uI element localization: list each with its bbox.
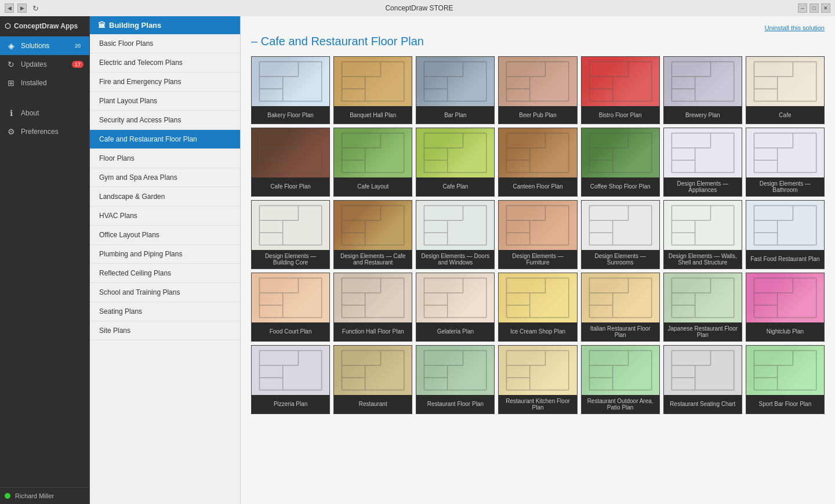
item-label-italian: Italian Restaurant Floor Plan: [582, 322, 659, 341]
item-label-restseating: Restaurant Seating Chart: [664, 395, 742, 412]
thumbnail-desel-walls: [664, 201, 742, 250]
thumbnail-banquet: [334, 57, 412, 106]
cat-fire[interactable]: Fire and Emergency Plans: [90, 72, 240, 92]
grid-item-cafelayout[interactable]: Cafe Layout: [333, 128, 412, 197]
grid-item-brewery[interactable]: Brewery Plan: [663, 56, 742, 124]
grid-item-japanese[interactable]: Japanese Restaurant Floor Plan: [663, 273, 742, 342]
thumbnail-gelateria: [416, 273, 494, 322]
forward-button[interactable]: ▶: [17, 3, 27, 13]
grid-item-bakery[interactable]: Bakery Floor Plan: [251, 56, 330, 124]
grid-item-icecream[interactable]: Ice Cream Shop Plan: [498, 273, 577, 342]
grid-item-cafe[interactable]: Cafe: [746, 56, 825, 124]
grid-item-nightclub[interactable]: Nightclub Plan: [746, 273, 825, 342]
grid-item-gelateria[interactable]: Gelateria Plan: [416, 273, 495, 342]
grid-item-coffeeshop[interactable]: Coffee Shop Floor Plan: [581, 128, 660, 197]
grid-item-desel-app[interactable]: Design Elements — Appliances: [663, 128, 742, 197]
grid-item-bistro[interactable]: Bistro Floor Plan: [581, 56, 660, 124]
app-layout: ⬡ ConceptDraw Apps ◈ Solutions 20 ↻ Upda…: [0, 16, 835, 504]
cat-electric[interactable]: Electric and Telecom Plans: [90, 53, 240, 72]
grid-item-restseating[interactable]: Restaurant Seating Chart: [663, 345, 742, 414]
grid-item-bar[interactable]: Bar Plan: [416, 56, 495, 124]
cat-seating[interactable]: Seating Plans: [90, 302, 240, 321]
window-title: ConceptDraw STORE: [41, 4, 798, 12]
cat-security[interactable]: Security and Access Plans: [90, 111, 240, 130]
sidebar-item-solutions[interactable]: ◈ Solutions 20: [0, 37, 89, 55]
sidebar-item-installed[interactable]: ⊞ Installed: [0, 74, 89, 92]
grid-item-banquet[interactable]: Banquet Hall Plan: [333, 56, 412, 124]
item-label-desel-walls: Design Elements — Walls, Shell and Struc…: [664, 250, 742, 269]
thumbnail-foodcourt: [252, 273, 329, 322]
grid-item-desel-bcore[interactable]: Design Elements — Building Core: [251, 200, 330, 269]
item-label-coffeeshop: Coffee Shop Floor Plan: [582, 177, 659, 195]
grid-item-restaurant[interactable]: Restaurant: [333, 345, 412, 414]
item-label-desel-furn: Design Elements — Furniture: [499, 250, 576, 269]
thumbnail-functionhall: [334, 273, 412, 322]
thumbnail-desel-doors: [416, 201, 494, 250]
sidebar-item-label: Preferences: [21, 128, 59, 136]
thumbnail-brewery: [664, 57, 742, 106]
user-name: Richard Miller: [15, 492, 54, 499]
grid-item-desel-doors[interactable]: Design Elements — Doors and Windows: [416, 200, 495, 269]
grid-item-pizzeria[interactable]: Pizzeria Plan: [251, 345, 330, 414]
item-label-pizzeria: Pizzeria Plan: [252, 395, 329, 412]
sidebar-item-label: Installed: [21, 79, 47, 87]
grid-item-beerpub[interactable]: Beer Pub Plan: [498, 56, 577, 124]
minimize-button[interactable]: –: [798, 3, 807, 13]
cat-school[interactable]: School and Training Plans: [90, 283, 240, 302]
cat-plant[interactable]: Plant Layout Plans: [90, 92, 240, 111]
grid-item-desel-sun[interactable]: Design Elements — Sunrooms: [581, 200, 660, 269]
thumbnail-desel-bcore: [252, 201, 329, 250]
sidebar-item-about[interactable]: ℹ About: [0, 104, 89, 122]
item-label-bar: Bar Plan: [416, 106, 494, 124]
thumbnail-desel-bath: [746, 128, 824, 177]
thumbnail-cafelayout: [334, 128, 412, 177]
thumbnail-restaurant: [334, 346, 412, 395]
item-label-cafefloor: Cafe Floor Plan: [252, 177, 329, 195]
thumbnail-bar: [416, 57, 494, 106]
uninstall-link[interactable]: Uninstall this solution: [251, 24, 825, 31]
grid-item-desel-bath[interactable]: Design Elements — Bathroom: [746, 128, 825, 197]
grid-item-restfloor[interactable]: Restaurant Floor Plan: [416, 345, 495, 414]
thumbnail-canteen: [499, 128, 576, 177]
cat-floor[interactable]: Floor Plans: [90, 149, 240, 168]
grid-item-desel-furn[interactable]: Design Elements — Furniture: [498, 200, 577, 269]
back-button[interactable]: ◀: [5, 3, 14, 13]
cat-basic[interactable]: Basic Floor Plans: [90, 34, 240, 53]
category-header-label: Building Plans: [109, 21, 161, 30]
item-label-bistro: Bistro Floor Plan: [582, 106, 659, 124]
cat-office[interactable]: Office Layout Plans: [90, 226, 240, 245]
grid-item-italian[interactable]: Italian Restaurant Floor Plan: [581, 273, 660, 342]
cat-hvac[interactable]: HVAC Plans: [90, 206, 240, 226]
cat-site[interactable]: Site Plans: [90, 321, 240, 340]
thumbnail-icecream: [499, 273, 576, 322]
grid-item-cafefloor[interactable]: Cafe Floor Plan: [251, 128, 330, 197]
item-label-fastfood: Fast Food Restaurant Plan: [746, 250, 824, 267]
grid-item-desel-cafe[interactable]: Design Elements — Cafe and Restaurant: [333, 200, 412, 269]
grid-item-cafeplan[interactable]: Cafe Plan: [416, 128, 495, 197]
refresh-button[interactable]: ↻: [30, 3, 41, 13]
cat-ceiling[interactable]: Reflected Ceiling Plans: [90, 264, 240, 283]
cat-gym[interactable]: Gym and Spa Area Plans: [90, 168, 240, 187]
grid-item-foodcourt[interactable]: Food Court Plan: [251, 273, 330, 342]
section-title: Cafe and Restaurant Floor Plan: [251, 35, 825, 48]
brand-header: ⬡ ConceptDraw Apps: [0, 16, 89, 37]
maximize-button[interactable]: □: [809, 3, 819, 13]
grid-item-functionhall[interactable]: Function Hall Floor Plan: [333, 273, 412, 342]
sidebar-item-label: Updates: [21, 60, 47, 68]
item-label-restaurant: Restaurant: [334, 395, 412, 412]
grid-item-restoutdoor[interactable]: Restaurant Outdoor Area, Patio Plan: [581, 345, 660, 414]
item-label-functionhall: Function Hall Floor Plan: [334, 322, 412, 340]
grid-item-sportbar[interactable]: Sport Bar Floor Plan: [746, 345, 825, 414]
grid-item-desel-walls[interactable]: Design Elements — Walls, Shell and Struc…: [663, 200, 742, 269]
item-label-sportbar: Sport Bar Floor Plan: [746, 395, 824, 412]
sidebar-item-preferences[interactable]: ⚙ Preferences: [0, 122, 89, 141]
grid-item-fastfood[interactable]: Fast Food Restaurant Plan: [746, 200, 825, 269]
cat-plumbing[interactable]: Plumbing and Piping Plans: [90, 245, 240, 264]
grid-item-canteen[interactable]: Canteen Floor Plan: [498, 128, 577, 197]
cat-cafe[interactable]: Cafe and Restaurant Floor Plan: [90, 130, 240, 149]
thumbnail-cafe: [746, 57, 824, 106]
close-button[interactable]: ✕: [821, 3, 830, 13]
grid-item-restkitchen[interactable]: Restaurant Kitchen Floor Plan: [498, 345, 577, 414]
cat-landscape[interactable]: Landscape & Garden: [90, 187, 240, 206]
sidebar-item-updates[interactable]: ↻ Updates 17: [0, 55, 89, 74]
